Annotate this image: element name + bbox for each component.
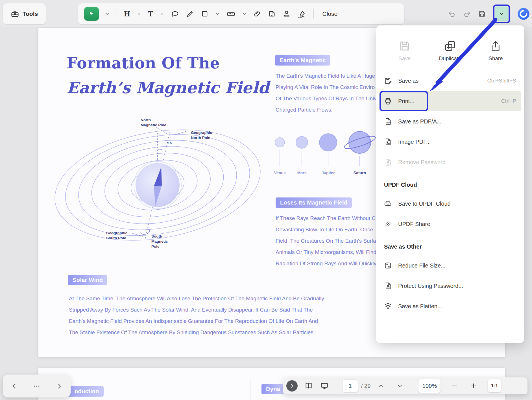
planets-illustration: Venus Mars Jupiter Saturn <box>264 130 389 182</box>
menu-item-save-as-pdfa[interactable]: PDF/A Save as PDF/A... <box>376 111 524 132</box>
save-dropdown-highlight-box <box>493 5 510 23</box>
page2-column-divider <box>250 380 250 400</box>
save-floppy-icon <box>399 40 411 52</box>
menu-item-image-pdf[interactable]: Image PDF... <box>376 132 524 152</box>
doc-title-line2: Earth’s Magnetic Field <box>67 78 269 97</box>
section-badge-solar-wind: Solar Wind <box>68 275 107 285</box>
select-tool-dropdown-chevron[interactable] <box>106 12 110 16</box>
page-total-label: / 29 <box>361 383 370 389</box>
menu-item-remove-password: Remove Password <box>376 152 524 172</box>
svg-text:South Pole: South Pole <box>106 236 126 240</box>
pen-tool-icon[interactable] <box>186 10 194 18</box>
next-page-icon[interactable] <box>56 383 63 390</box>
previous-page-icon[interactable] <box>11 383 18 390</box>
signature-icon[interactable] <box>297 9 306 18</box>
doc-title-line1: Formation Of The <box>67 54 220 72</box>
planet-label-venus: Venus <box>274 171 285 175</box>
svg-text:Magnetic: Magnetic <box>151 239 168 244</box>
close-button[interactable]: Close <box>320 10 339 17</box>
protect-password-icon <box>384 282 392 290</box>
tools-button[interactable]: Tools <box>3 3 46 24</box>
label-geographic-south-pole: Geographic <box>106 231 128 235</box>
redo-icon[interactable] <box>463 10 471 18</box>
page2-badge-dynamic: Dyna <box>261 384 285 394</box>
menu-divider <box>383 174 517 174</box>
menu-item-save-as[interactable]: Save as Ctrl+Shift+S <box>376 71 524 91</box>
menu-item-print[interactable]: Print... Ctrl+P <box>379 91 521 111</box>
sticker-icon[interactable] <box>268 10 276 18</box>
paragraph-solar-wind: At The Same Time, The Atmosphere Will Al… <box>69 293 324 338</box>
menu-item-save-as-flatten[interactable]: Save as Flatten... <box>376 296 524 316</box>
stamp-icon[interactable] <box>283 10 291 18</box>
text-dropdown-chevron[interactable] <box>160 12 164 16</box>
menu-action-save: Save <box>382 31 427 71</box>
toolbar-separator <box>313 8 314 19</box>
toolbox-icon <box>11 10 19 18</box>
heading-dropdown-chevron[interactable] <box>137 12 141 16</box>
print-icon <box>384 97 392 105</box>
tools-button-label: Tools <box>23 10 38 17</box>
planet-label-jupiter: Jupiter <box>322 171 335 175</box>
undo-icon[interactable] <box>448 10 456 18</box>
heading-tool-icon[interactable]: H <box>124 10 130 18</box>
pdfa-icon: PDF/A <box>384 118 392 125</box>
menu-item-updf-share[interactable]: UPDF Share <box>376 214 524 234</box>
planet-label-mars: Mars <box>297 171 307 175</box>
paragraph-earths-magnetic: The Earth's Magnetic Field Is Like A Hug… <box>276 70 377 116</box>
menu-item-save-to-updf-cloud[interactable]: Save to UPDF Cloud <box>376 194 524 214</box>
label-north-magnetic-pole: North <box>141 118 151 122</box>
text-tool-icon[interactable]: T <box>148 10 153 18</box>
label-south-magnetic-pole: South <box>151 234 162 238</box>
reduce-size-icon <box>384 262 392 269</box>
zoom-level-button[interactable]: 100% <box>418 379 441 393</box>
menu-item-reduce-file-size[interactable]: Reduce File Size... <box>376 255 524 276</box>
page-nav-panel <box>3 375 71 397</box>
scroll-up-icon[interactable] <box>378 383 384 389</box>
menu-action-duplicate[interactable]: Duplicate <box>427 31 473 71</box>
measure-ruler-icon[interactable] <box>226 9 236 18</box>
save-icon[interactable] <box>478 10 486 18</box>
cloud-save-icon <box>384 200 392 208</box>
menu-header-save-as-other: Save as Other <box>376 238 524 255</box>
page-number-input[interactable] <box>343 380 358 392</box>
label-geographic-north-pole: Geographic <box>191 131 212 135</box>
expand-panel-button[interactable] <box>286 380 298 392</box>
separator <box>336 382 336 390</box>
remove-password-icon <box>384 158 392 166</box>
menu-divider <box>383 236 517 236</box>
ellipse-annotation-icon[interactable] <box>171 10 179 18</box>
image-pdf-icon <box>384 138 392 146</box>
menu-item-protect-using-password[interactable]: Protect Using Password... <box>376 276 524 296</box>
measure-dropdown-chevron[interactable] <box>242 12 247 16</box>
zoom-out-icon[interactable] <box>451 383 457 389</box>
svg-text:Pole: Pole <box>151 244 160 249</box>
svg-text:Magnetic Pole: Magnetic Pole <box>141 123 166 127</box>
menu-action-share[interactable]: Share <box>473 31 518 71</box>
select-tool-button[interactable] <box>84 7 99 21</box>
attachment-paperclip-icon[interactable] <box>253 10 261 18</box>
label-axis-angle: 1.5 <box>167 142 172 145</box>
flatten-layers-icon <box>384 302 392 310</box>
shape-rectangle-icon[interactable] <box>201 10 209 18</box>
duplicate-icon <box>444 40 456 52</box>
more-options-icon[interactable] <box>33 382 40 390</box>
reading-mode-icon[interactable] <box>304 382 313 390</box>
view-controls-bar: / 29 100% 1:1 <box>283 377 527 394</box>
magnetic-field-diagram: North Magnetic Pole Geographic North Pol… <box>47 107 278 257</box>
updf-logo[interactable] <box>517 8 530 20</box>
menu-header-updf-cloud: UPDF Cloud <box>376 176 524 194</box>
shape-dropdown-chevron[interactable] <box>215 12 220 16</box>
planet-label-saturn: Saturn <box>354 171 366 175</box>
svg-text:PDF/A: PDF/A <box>386 122 391 124</box>
zoom-in-icon[interactable] <box>470 383 477 389</box>
actual-size-button[interactable]: 1:1 <box>488 379 501 392</box>
scroll-down-icon[interactable] <box>397 383 403 389</box>
presentation-mode-icon[interactable] <box>320 382 329 390</box>
toolbar-separator <box>117 8 117 19</box>
save-dropdown-chevron[interactable] <box>495 6 508 21</box>
save-dropdown-menu: Save Duplicate Share Save as Ctrl+Shift+… <box>376 25 524 343</box>
svg-text:North Pole: North Pole <box>191 136 210 140</box>
section-badge-earths-magnetic: Earth's Magnetic <box>275 55 330 66</box>
save-as-icon <box>384 77 392 85</box>
top-toolbar: Tools H T <box>0 0 532 27</box>
